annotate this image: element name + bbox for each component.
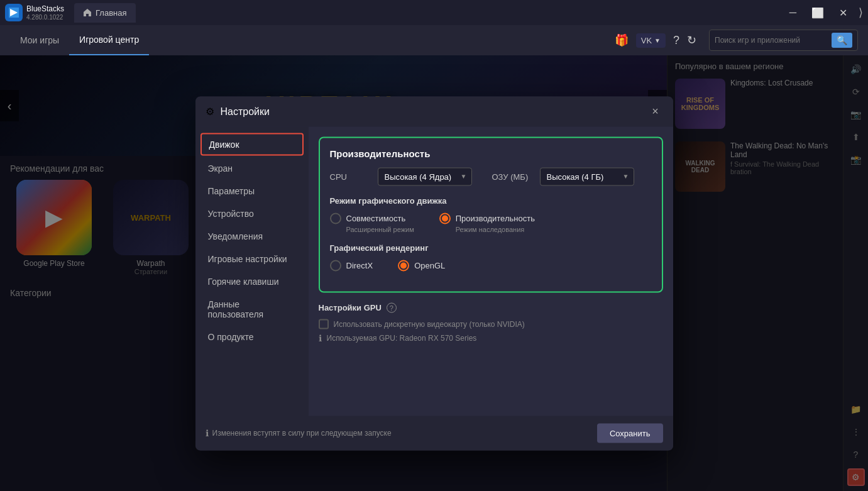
- cpu-label: CPU: [330, 172, 368, 181]
- graphics-perf-radio[interactable]: [439, 212, 451, 224]
- nav-bar: Мои игры Игровой центр 🎁 VK ▼ ? ↻ 🔍: [0, 25, 868, 55]
- settings-gear-icon: ⚙: [206, 106, 214, 118]
- search-box: 🔍: [709, 30, 858, 51]
- home-icon: [83, 8, 92, 17]
- directx-text: DirectX: [346, 261, 373, 270]
- directx-label[interactable]: DirectX: [330, 260, 373, 271]
- graphics-compat-label[interactable]: Совместимость: [330, 212, 414, 224]
- nav-game-center[interactable]: Игровой центр: [69, 25, 149, 55]
- graphics-compat-sub: Расширенный режим: [346, 225, 414, 233]
- app-logo: BlueStacks 4.280.0.1022: [5, 4, 64, 21]
- opengl-radio[interactable]: [398, 260, 409, 271]
- vk-icon: VK: [641, 36, 652, 45]
- title-bar: BlueStacks 4.280.0.1022 Главная ─ ⬜ ✕ ⟩: [0, 0, 868, 25]
- settings-content: Производительность CPU Высокая (4 Ядра) …: [309, 126, 673, 416]
- settings-nav: Движок Экран Параметры Устройство Уведом…: [195, 126, 309, 416]
- app-name: BlueStacks: [26, 4, 64, 13]
- settings-nav-device[interactable]: Устройство: [195, 202, 309, 224]
- nvidia-checkbox-label: Использовать дискретную видеокарту (толь…: [334, 319, 525, 328]
- app-version: 4.280.0.1022: [26, 14, 64, 21]
- graphics-compat-radio[interactable]: [330, 212, 341, 224]
- settings-modal-body: Движок Экран Параметры Устройство Уведом…: [195, 126, 673, 416]
- gpu-info-icon: ℹ: [319, 333, 322, 343]
- settings-nav-engine[interactable]: Движок: [201, 133, 304, 155]
- bluestacks-logo-icon: [5, 4, 23, 21]
- nav-my-games[interactable]: Мои игры: [10, 25, 69, 55]
- gpu-info-text: Используемая GPU: Radeon RX 570 Series: [327, 333, 477, 342]
- performance-title: Производительность: [330, 148, 652, 158]
- ram-select-wrapper: Высокая (4 ГБ) Низкая (1 ГБ) Средняя (2 …: [540, 167, 634, 185]
- rendering-title: Графический рендеринг: [330, 243, 652, 252]
- gpu-checkbox-row: Использовать дискретную видеокарту (толь…: [319, 319, 663, 329]
- cpu-select[interactable]: Высокая (4 Ядра) Низкая (1 Ядро) Средняя…: [378, 167, 472, 185]
- gpu-help-icon[interactable]: ?: [387, 302, 397, 312]
- sidebar-toggle-button[interactable]: ⟩: [859, 6, 863, 19]
- gift-icon-button[interactable]: 🎁: [615, 33, 629, 47]
- settings-modal-footer: ℹ Изменения вступят в силу при следующем…: [195, 416, 673, 450]
- rendering-options: DirectX OpenGL: [330, 260, 652, 271]
- graphics-compat-option[interactable]: Совместимость Расширенный режим: [330, 212, 414, 233]
- graphics-perf-text: Производительность: [456, 214, 535, 223]
- refresh-icon-button[interactable]: ↻: [687, 33, 696, 47]
- graphics-perf-label[interactable]: Производительность: [439, 212, 535, 224]
- ram-select[interactable]: Высокая (4 ГБ) Низкая (1 ГБ) Средняя (2 …: [540, 167, 634, 185]
- opengl-text: OpenGL: [414, 261, 445, 270]
- help-icon-button[interactable]: ?: [673, 34, 679, 47]
- graphics-compat-text: Совместимость: [346, 214, 406, 223]
- settings-close-button[interactable]: ×: [648, 104, 663, 119]
- close-button[interactable]: ✕: [835, 6, 851, 20]
- save-button[interactable]: Сохранить: [597, 423, 663, 443]
- gpu-title: Настройки GPU: [319, 303, 382, 312]
- opengl-option[interactable]: OpenGL: [398, 260, 445, 271]
- window-controls: ─ ⬜ ✕ ⟩: [786, 6, 863, 20]
- gpu-info-row: ℹ Используемая GPU: Radeon RX 570 Series: [319, 333, 663, 343]
- opengl-label[interactable]: OpenGL: [398, 260, 445, 271]
- ram-label: ОЗУ (МБ): [492, 172, 530, 181]
- minimize-button[interactable]: ─: [786, 6, 800, 19]
- main-tab[interactable]: Главная: [74, 3, 135, 23]
- gpu-section: Настройки GPU ? Использовать дискретную …: [319, 302, 663, 343]
- settings-nav-notifications[interactable]: Уведомления: [195, 224, 309, 247]
- settings-nav-params[interactable]: Параметры: [195, 179, 309, 202]
- vk-chevron-icon: ▼: [654, 37, 661, 44]
- main-content: ‹ VIRTAUL › Рекомендации для вас ▶ Googl…: [0, 55, 868, 491]
- vk-button[interactable]: VK ▼: [636, 33, 666, 48]
- gpu-title-row: Настройки GPU ?: [319, 302, 663, 312]
- graphics-mode-title: Режим графического движка: [330, 196, 652, 205]
- footer-info: ℹ Изменения вступят в силу при следующем…: [206, 428, 592, 438]
- restore-button[interactable]: ⬜: [808, 6, 828, 20]
- directx-option[interactable]: DirectX: [330, 260, 373, 271]
- footer-info-text: Изменения вступят в силу при следующем з…: [212, 429, 392, 438]
- graphics-perf-option[interactable]: Производительность Режим наследования: [439, 212, 535, 233]
- settings-nav-game-settings[interactable]: Игровые настройки: [195, 247, 309, 270]
- performance-section: Производительность CPU Высокая (4 Ядра) …: [319, 136, 663, 292]
- nvidia-checkbox[interactable]: [319, 319, 329, 329]
- cpu-row: CPU Высокая (4 Ядра) Низкая (1 Ядро) Сре…: [330, 167, 652, 185]
- settings-modal-header: ⚙ Настройки ×: [195, 96, 673, 126]
- settings-modal-title: Настройки: [221, 106, 642, 117]
- settings-modal: ⚙ Настройки × Движок Экран Параметры Уст…: [195, 96, 673, 450]
- cpu-select-wrapper: Высокая (4 Ядра) Низкая (1 Ядро) Средняя…: [378, 167, 472, 185]
- graphics-perf-sub: Режим наследования: [456, 225, 535, 233]
- settings-nav-hotkeys[interactable]: Горячие клавиши: [195, 270, 309, 292]
- directx-radio[interactable]: [330, 260, 341, 271]
- search-input[interactable]: [715, 36, 828, 45]
- settings-nav-screen[interactable]: Экран: [195, 157, 309, 179]
- settings-nav-about[interactable]: О продукте: [195, 325, 309, 348]
- graphics-mode-options: Совместимость Расширенный режим Производ…: [330, 212, 652, 233]
- nav-action-icons: 🎁 VK ▼ ? ↻ 🔍: [615, 30, 858, 51]
- main-tab-label: Главная: [96, 8, 126, 18]
- info-icon: ℹ: [206, 428, 209, 438]
- search-button[interactable]: 🔍: [832, 33, 852, 48]
- settings-nav-user-data[interactable]: Данные пользователя: [195, 292, 309, 325]
